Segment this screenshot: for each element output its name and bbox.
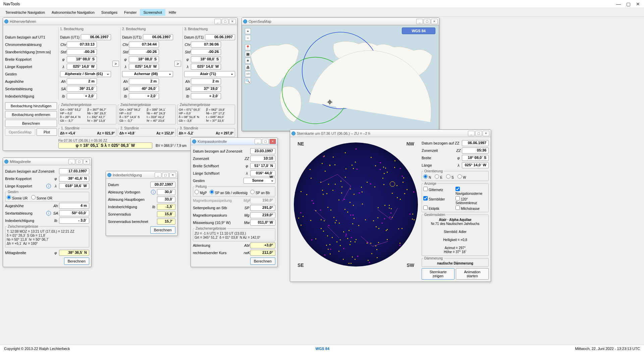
plot-button[interactable]: Plot xyxy=(37,128,57,136)
sa-input[interactable]: 50° 03,0´ xyxy=(59,210,89,216)
mw-input[interactable]: 011,0° W xyxy=(250,220,275,226)
std-input[interactable]: -00:26 xyxy=(129,49,159,55)
chk-ekliptik[interactable]: Ekliptik xyxy=(423,206,455,211)
max-icon[interactable]: ▢ xyxy=(222,19,228,24)
show-starmap-button[interactable]: Sternkarte zeigen xyxy=(422,268,454,280)
info-icon[interactable]: i xyxy=(46,184,51,188)
close-icon[interactable]: ✕ xyxy=(229,19,236,24)
close-icon[interactable]: ✕ xyxy=(483,131,489,136)
add-observation-button[interactable]: Beobachtung hinzufügen xyxy=(5,102,57,110)
gestirn-select[interactable]: Sonne xyxy=(244,178,275,184)
breite-input[interactable]: 51° 17,0´ N xyxy=(250,163,275,169)
lambda-input[interactable]: 025° 14,0´ W xyxy=(67,64,97,70)
min-icon[interactable]: _ xyxy=(255,139,261,144)
zoom-in-icon[interactable]: + xyxy=(245,28,251,34)
openseamap-button[interactable]: OpenSeaMap xyxy=(5,128,35,136)
info-icon[interactable]: i xyxy=(151,190,156,194)
sky-chart[interactable]: NE NW SE SW xyxy=(292,139,420,270)
close-icon[interactable]: ✕ xyxy=(169,172,176,178)
chk-sektorenkreuz[interactable]: 120° Sektorenkreuz xyxy=(455,196,487,205)
lambda-input[interactable]: 025° 14,0´ W xyxy=(129,64,159,70)
date-input[interactable]: 06.06.1997 xyxy=(205,34,235,40)
calculate-button[interactable]: Berechnen xyxy=(150,226,175,234)
orient-n[interactable]: N xyxy=(423,176,431,179)
min-icon[interactable]: _ xyxy=(155,172,161,178)
haupt-input[interactable]: 33,0´ xyxy=(157,196,175,202)
max-icon[interactable]: ▢ xyxy=(262,139,269,144)
date-input[interactable]: 23.03.1997 xyxy=(250,148,275,154)
ah-input[interactable]: 2 m xyxy=(67,78,97,84)
chart-icon[interactable]: 〰 xyxy=(245,71,251,77)
max-icon[interactable]: ▢ xyxy=(424,19,430,24)
laenge-input[interactable]: 018° 18,6´ W xyxy=(59,183,89,189)
phi-input[interactable]: 18° 08,0´ S xyxy=(129,56,159,62)
chr-input[interactable]: 07:36:06 xyxy=(191,42,221,48)
calculate-button[interactable]: Berechnen xyxy=(250,257,275,265)
zoom-out-icon[interactable]: − xyxy=(245,35,251,41)
chr-input[interactable]: 07:33:13 xyxy=(67,42,97,48)
ib-input[interactable]: + 2,0´ xyxy=(191,93,221,99)
sonne-ur-radio[interactable]: Sonne UR xyxy=(7,196,28,200)
sa-input[interactable]: 40° 26,0´ xyxy=(129,86,159,92)
ib-input[interactable]: - 3,0´ xyxy=(59,218,89,224)
breite-input[interactable]: 38° 41,6´ N xyxy=(59,176,89,182)
menu-sonstiges[interactable]: Sonstiges xyxy=(98,9,121,16)
calculate-button[interactable]: Berechnen xyxy=(64,257,89,265)
date-input[interactable]: 06.06.1997 xyxy=(462,140,489,146)
orient-e[interactable]: E xyxy=(435,176,442,179)
maximize-icon[interactable]: ▢ xyxy=(626,1,631,7)
min-icon[interactable]: _ xyxy=(468,131,475,136)
phi-input[interactable]: 18° 08,0´ S xyxy=(191,56,221,62)
std-input[interactable]: -00:26 xyxy=(67,49,97,55)
ah-input[interactable]: 4 m xyxy=(59,203,89,209)
max-icon[interactable]: ▢ xyxy=(162,172,169,178)
menu-terrestrische[interactable]: Terrestrische Navigation xyxy=(2,9,48,16)
zz-input[interactable]: 10:10 xyxy=(250,156,275,162)
std-input[interactable]: -00:26 xyxy=(191,49,221,55)
laenge-input[interactable]: 025° 14,0´ W xyxy=(462,162,489,168)
star-select[interactable]: Alpheratz / Sirrah (01) xyxy=(60,71,111,77)
chr-input[interactable]: 07:34:44 xyxy=(129,42,159,48)
date-input[interactable]: 06.06.1997 xyxy=(143,34,173,40)
orient-w[interactable]: W xyxy=(458,176,466,179)
chk-navsterne[interactable]: Navigationssterne xyxy=(455,187,487,195)
copy-right-button[interactable]: > xyxy=(112,61,119,67)
sp-stb-radio[interactable]: SP an Stb / vollkreisig xyxy=(210,191,248,195)
star-select[interactable]: Achernar (08) xyxy=(122,71,173,77)
search-icon[interactable]: 🔍 xyxy=(245,78,251,84)
copy-right-button[interactable]: > xyxy=(174,61,181,67)
mgk-input[interactable]: 219,0° xyxy=(250,212,275,218)
phi-input[interactable]: 18° 08,0´ S xyxy=(67,56,97,62)
sp-bb-radio[interactable]: SP an Bb xyxy=(250,191,270,195)
min-icon[interactable]: _ xyxy=(68,159,75,164)
menu-hilfe[interactable]: Hilfe xyxy=(165,9,179,16)
date-input[interactable]: 09.07.1997 xyxy=(150,182,175,188)
calculate-button[interactable]: Berechnen xyxy=(5,120,57,127)
date-input[interactable]: 17.03.1997 xyxy=(59,168,89,174)
menu-astronomische[interactable]: Astronomische Navigation xyxy=(48,9,98,16)
layers-icon[interactable]: ▦ xyxy=(245,51,251,57)
sp-input[interactable]: 291,0° xyxy=(250,205,275,211)
pin-icon[interactable]: 📍 xyxy=(245,44,251,50)
remove-observation-button[interactable]: Beobachtung entfernen xyxy=(5,111,57,118)
minimize-icon[interactable]: — xyxy=(616,1,621,7)
info-icon[interactable]: i xyxy=(46,211,51,216)
laenge-input[interactable]: 016° 44,0´ W xyxy=(250,170,275,176)
orient-s[interactable]: S xyxy=(446,176,454,179)
start-animation-button[interactable]: Animation starten xyxy=(456,268,489,280)
max-icon[interactable]: ▢ xyxy=(475,131,482,136)
star-select[interactable]: Atair (71) xyxy=(184,71,235,77)
ah-input[interactable]: 2 m xyxy=(191,78,221,84)
sa-input[interactable]: 37° 19,0´ xyxy=(191,86,221,92)
breite-input[interactable]: 18° 08,0´ S xyxy=(462,155,489,161)
world-map[interactable] xyxy=(242,25,439,131)
max-icon[interactable]: ▢ xyxy=(76,159,83,164)
date-input[interactable]: 06.06.1997 xyxy=(81,34,111,40)
ib-input[interactable]: + 2,0´ xyxy=(129,93,159,99)
close-icon[interactable]: ✕ xyxy=(636,1,640,7)
chk-milchstrasse[interactable]: Milchstrasse xyxy=(455,206,487,211)
lambda-input[interactable]: 025° 14,0´ W xyxy=(191,64,221,70)
min-icon[interactable]: _ xyxy=(416,19,423,24)
chk-gitternetz[interactable]: Gitternetz xyxy=(423,187,455,195)
chk-sternbilder[interactable]: Sternbilder xyxy=(423,196,455,205)
